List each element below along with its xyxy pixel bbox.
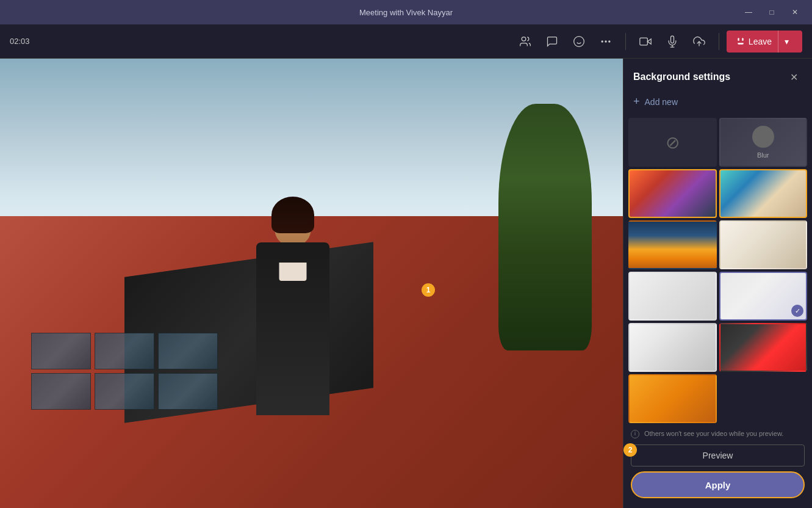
- person-head: [275, 203, 311, 245]
- building-window: [95, 373, 154, 410]
- background-office2[interactable]: [719, 220, 808, 269]
- background-none[interactable]: ⊘: [628, 118, 717, 167]
- svg-point-5: [605, 40, 606, 42]
- leave-button[interactable]: Leave ▾: [727, 31, 802, 53]
- building-window: [158, 333, 218, 369]
- person-body: [256, 242, 329, 415]
- minimize-button[interactable]: —: [738, 0, 760, 24]
- titlebar: Meeting with Vivek Nayyar — □ ✕: [0, 0, 812, 24]
- apply-button-wrapper: Apply 2: [631, 471, 805, 498]
- background-city[interactable]: [628, 220, 717, 269]
- share-icon[interactable]: [687, 29, 711, 54]
- maximize-button[interactable]: □: [761, 0, 783, 24]
- main-content: 1 Background settings ✕ + Add new ⊘ Blur: [0, 59, 812, 508]
- window-title: Meeting with Vivek Nayyar: [359, 8, 453, 17]
- background-white1[interactable]: [628, 272, 717, 321]
- info-row: i Others won't see your video while you …: [631, 429, 805, 438]
- person-video: [237, 194, 349, 508]
- background-gradient1[interactable]: [628, 169, 717, 218]
- building-window: [158, 373, 218, 410]
- close-button[interactable]: ✕: [784, 0, 806, 24]
- background-blur[interactable]: Blur: [719, 118, 808, 167]
- background-settings-panel: Background settings ✕ + Add new ⊘ Blur: [623, 59, 812, 508]
- panel-header: Background settings ✕: [623, 59, 812, 90]
- apply-button[interactable]: Apply: [631, 471, 805, 498]
- svg-rect-7: [640, 38, 648, 45]
- phone-icon: [736, 37, 745, 46]
- preview-button[interactable]: Preview: [631, 445, 805, 466]
- person-shirt: [279, 263, 306, 281]
- background-white2[interactable]: ✓: [719, 272, 808, 321]
- panel-footer: i Others won't see your video while you …: [623, 423, 812, 508]
- selected-checkmark: ✓: [791, 305, 803, 317]
- tree-element: [498, 104, 592, 351]
- window-controls: — □ ✕: [738, 0, 806, 24]
- video-background: [0, 59, 623, 508]
- toolbar-divider-2: [719, 33, 719, 50]
- background-warm[interactable]: [628, 374, 717, 423]
- svg-point-6: [608, 40, 610, 42]
- blur-label: Blur: [757, 151, 769, 159]
- info-text: Others won't see your video while you pr…: [644, 429, 783, 438]
- panel-close-button[interactable]: ✕: [785, 68, 802, 85]
- backgrounds-grid: ⊘ Blur ✓: [623, 118, 812, 423]
- toolbar-icons: Leave ▾: [513, 29, 802, 54]
- no-background-icon: ⊘: [666, 132, 680, 153]
- svg-point-1: [574, 36, 584, 46]
- background-white3[interactable]: [628, 323, 717, 372]
- background-office1[interactable]: [719, 169, 808, 218]
- panel-title: Background settings: [633, 71, 730, 82]
- camera-icon[interactable]: [633, 29, 658, 54]
- leave-caret[interactable]: ▾: [778, 31, 792, 53]
- person-hair: [271, 197, 314, 233]
- svg-point-4: [601, 40, 603, 42]
- building-window: [31, 333, 91, 369]
- annotation-badge-2: 2: [623, 443, 637, 457]
- blur-avatar-icon: [752, 126, 774, 148]
- microphone-icon[interactable]: [660, 29, 684, 54]
- leave-label: Leave: [749, 37, 772, 46]
- call-timer: 02:03: [10, 37, 40, 46]
- svg-point-0: [522, 37, 526, 41]
- info-icon: i: [631, 430, 639, 438]
- add-new-plus-icon: +: [633, 95, 640, 108]
- reactions-icon[interactable]: [567, 29, 591, 54]
- building-window: [95, 333, 154, 369]
- annotation-badge-1: 1: [422, 283, 435, 297]
- participants-icon[interactable]: [513, 29, 537, 54]
- building-window: [31, 373, 91, 410]
- toolbar-divider: [625, 33, 626, 50]
- add-new-button[interactable]: + Add new: [623, 90, 812, 118]
- background-office3[interactable]: [719, 323, 808, 372]
- building-windows: [31, 333, 218, 449]
- add-new-label: Add new: [645, 97, 678, 107]
- toolbar: 02:03: [0, 24, 812, 59]
- more-icon[interactable]: [594, 29, 618, 54]
- video-area: 1: [0, 59, 623, 508]
- chat-icon[interactable]: [540, 29, 564, 54]
